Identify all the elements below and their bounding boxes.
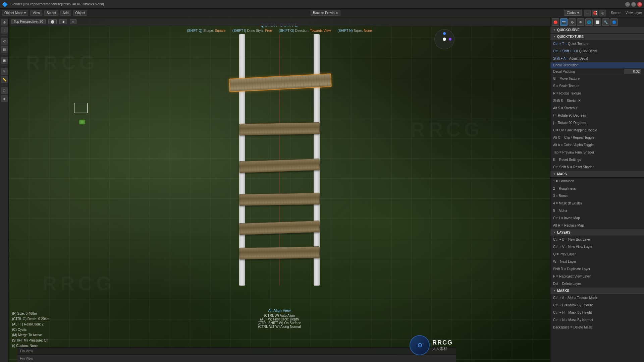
viewport[interactable]: RRCG RRCG RRCG Top Perspective: 90 ⬤ ◑ ○… [9, 17, 550, 362]
shortcut-tab-preview: Tab = Preview Final Shader [550, 149, 644, 156]
cursor-tool[interactable]: ✛ [1, 19, 8, 25]
section-layers-label: LAYERS [557, 231, 571, 234]
perspective-selector[interactable]: Top Perspective: 90 [11, 19, 46, 24]
move-tool[interactable]: ↕ [1, 27, 8, 34]
info-custom: (/) Custom: None [12, 343, 49, 349]
shortcut-alt-c-clip: Alt C = Clip / Repeat Toggle [550, 134, 644, 141]
status-bar: Fin View [17, 355, 456, 362]
scale-tool[interactable]: ⊡ [1, 46, 8, 53]
plank-5[interactable] [239, 221, 320, 235]
transform-tool[interactable]: ⊞ [1, 57, 8, 64]
row-decal-padding: Decal Padding [550, 68, 644, 75]
snap-btn[interactable]: 🧲 [592, 10, 598, 16]
rp-icon-world[interactable]: 🌐 [585, 18, 593, 26]
section-quickcurve[interactable]: ▼ QUICKCURVE [550, 27, 644, 34]
logo-sub: 人人素材 [432, 346, 453, 351]
info-resolution: (ALT T) Resolution: 2 [12, 322, 49, 327]
align-shortcut-1: (CTRL W) Auto Align [258, 314, 301, 317]
info-merge: (M) Merge To Active [12, 333, 49, 338]
transform-btn[interactable]: ↔ [584, 10, 591, 16]
section-quicktexture[interactable]: ▼ QUICKTEXTURE [550, 34, 644, 40]
left-toolbar: ✛ ↕ ↺ ⊡ ⊞ ✎ 📏 ⬡ ◈ [0, 17, 9, 362]
info-depth: (CTRL G) Depth: 0.204m [12, 316, 49, 322]
logo-icon: ⊙ [410, 335, 430, 355]
shortcut-u-mapping: U = UV / Box Mapping Toggle [550, 127, 644, 134]
shortcut-alt-a-color: Alt A = Color / Alpha Toggle [550, 141, 644, 149]
shortcut-pipe-rotate: | = Rotate 90 Degrees [550, 119, 644, 127]
shortcut-alt-s-stretch: Alt S = Stretch Y [550, 105, 644, 112]
mask-delete: Backspace = Delete Mask [550, 324, 644, 331]
proportional-btn[interactable]: ◎ [599, 10, 606, 16]
mask-alpha-texture: Ctrl + A = Alpha Texture Mask [550, 294, 644, 302]
global-selector[interactable]: Global ▾ [564, 10, 582, 16]
plank-3[interactable] [239, 159, 320, 173]
shortcut-r-rotate: R = Rotate Texture [550, 90, 644, 97]
rp-icon-output[interactable]: ⚙ [569, 18, 576, 26]
section-masks-label: MASKS [557, 289, 569, 293]
minimize-button[interactable]: ─ [625, 2, 630, 7]
extra-tool-2[interactable]: ◈ [1, 95, 8, 102]
shortcut-adjust-decal: Shift + A = Adjust Decal [550, 55, 644, 62]
info-cyclic: (C) Cyclic [12, 327, 49, 333]
shortcut-shift-s-stretch: Shift S = Stretch X [550, 97, 644, 105]
main-toolbar: Object Mode ▾ View Select Add Object Bac… [0, 9, 644, 17]
layer-reproject: P = Reproject View Layer [550, 273, 644, 280]
navigation-gizmo[interactable] [434, 29, 454, 49]
app-icon: 🔷 [2, 2, 8, 7]
plank-2[interactable] [239, 122, 320, 135]
gizmo-z-axis [449, 38, 451, 41]
shortcut-ctrl-shift-n: Ctrl Shift N = Reset Shader [550, 164, 644, 171]
map-replace: Alt R = Replace Map [550, 222, 644, 229]
shading-solid[interactable]: ⬤ [48, 19, 57, 24]
annotate-tool[interactable]: ✎ [1, 68, 8, 75]
view-layer-label: View Layer [626, 11, 642, 15]
gizmo-y-axis [443, 32, 446, 35]
object-menu[interactable]: Object [73, 10, 88, 16]
rp-icon-render[interactable]: 📷 [560, 18, 568, 26]
select-menu[interactable]: Select [44, 10, 58, 16]
plank-4[interactable] [239, 193, 320, 206]
decal-padding-input[interactable] [625, 69, 641, 74]
maximize-button[interactable]: □ [631, 2, 636, 7]
section-maps[interactable]: ▼ MAPS [550, 171, 644, 178]
rp-icon-object[interactable]: ⬜ [594, 18, 601, 26]
rp-icon-view[interactable]: 👁 [577, 18, 584, 26]
ladder-object[interactable] [232, 34, 326, 286]
mask-by-texture: Ctrl + H = Mask By Texture [550, 302, 644, 309]
quick-curve-shortcuts: (SHIFT Q) Shape: Square (SHIFT I) Draw S… [187, 29, 372, 33]
logo-badge: ⊙ RRCG 人人素材 [410, 335, 453, 355]
back-button[interactable]: Back to Previous [311, 10, 340, 16]
info-pressure: (SHIFT M) Pressure: Off [12, 338, 49, 343]
rp-icon-modifier[interactable]: 🔧 [602, 18, 609, 26]
shading-material[interactable]: ◑ [59, 19, 67, 24]
map-bump: 3 = Bump [550, 192, 644, 200]
map-roughness: 2 = Roughness [550, 185, 644, 192]
selection-box [74, 103, 88, 113]
align-shortcut-2: (ALT W) First Click: Depth [258, 317, 301, 321]
rp-icon-material[interactable]: 🔵 [610, 18, 618, 26]
title-bar: 🔷 Blender [D:/Dropbox/Personal/Projects/… [0, 0, 644, 9]
add-menu[interactable]: Add [60, 10, 71, 16]
green-dot [79, 120, 85, 124]
shortcut-draw: (SHIFT I) Draw Style: Free [232, 29, 272, 33]
close-button[interactable]: ✕ [637, 2, 642, 7]
right-panel-icon-row: 🔴 📷 ⚙ 👁 🌐 ⬜ 🔧 🔵 [550, 17, 644, 27]
shortcut-s-scale: S = Scale Texture [550, 82, 644, 90]
row-decal-resolution: Decal Resolution [550, 62, 644, 68]
mode-selector[interactable]: Object Mode ▾ [2, 10, 28, 16]
plank-6[interactable] [239, 246, 320, 259]
rp-icon-scene[interactable]: 🔴 [552, 18, 559, 26]
shortcut-quick-decal: Ctrl + Shift + D = Quick Decal [550, 48, 644, 55]
measure-tool[interactable]: 📏 [1, 76, 8, 83]
section-masks[interactable]: ▼ MASKS [550, 288, 644, 294]
shading-rendered[interactable]: ○ [70, 19, 76, 24]
footer-view-label: Fin View [20, 349, 33, 353]
view-menu[interactable]: View [30, 10, 42, 16]
shortcut-direction: (SHIFT G) Direction: Towards View [279, 29, 331, 33]
shortcut-quick-texture: Ctrl + T = Quick Texture [550, 40, 644, 48]
window-title: Blender [D:/Dropbox/Personal/Projects/ST… [10, 2, 623, 6]
rotate-tool[interactable]: ↺ [1, 38, 8, 45]
extra-tool-1[interactable]: ⬡ [1, 87, 8, 94]
map-mask: 4 = Mask (If Exists) [550, 200, 644, 207]
section-layers[interactable]: ▼ LAYERS [550, 229, 644, 236]
